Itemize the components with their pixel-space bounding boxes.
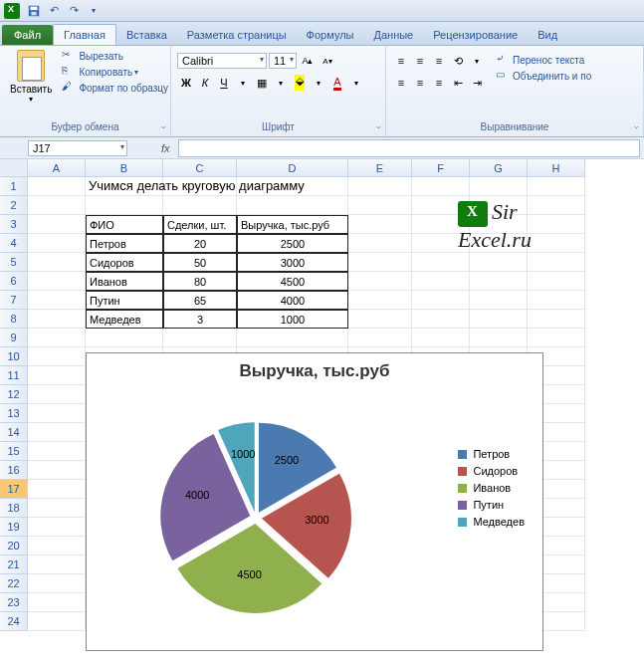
cell[interactable] (28, 366, 86, 385)
cell[interactable]: Сидоров (86, 253, 163, 272)
cell[interactable] (28, 272, 86, 291)
row-header[interactable]: 11 (0, 366, 28, 385)
cell[interactable] (470, 291, 528, 310)
select-all-corner[interactable] (0, 159, 28, 177)
fill-color-dropdown[interactable]: ▾ (310, 74, 327, 92)
row-header[interactable]: 7 (0, 291, 28, 310)
cell[interactable] (348, 310, 412, 329)
cell[interactable] (412, 253, 470, 272)
row-header[interactable]: 22 (0, 574, 28, 593)
tab-data[interactable]: Данные (363, 25, 423, 45)
align-middle-button[interactable]: ≡ (411, 52, 429, 70)
cell[interactable]: 3 (163, 310, 237, 329)
row-header[interactable]: 24 (0, 612, 28, 631)
save-button[interactable] (25, 2, 43, 20)
align-bottom-button[interactable]: ≡ (430, 52, 448, 70)
borders-button[interactable]: ▦ (253, 74, 271, 92)
orientation-button[interactable]: ⟲ (449, 52, 467, 70)
cell[interactable] (412, 310, 470, 329)
tab-home[interactable]: Главная (53, 24, 116, 45)
cell[interactable] (348, 196, 412, 215)
row-header[interactable]: 14 (0, 423, 28, 442)
borders-dropdown[interactable]: ▾ (272, 74, 290, 92)
cell[interactable] (470, 253, 528, 272)
cell[interactable] (528, 329, 585, 347)
cell[interactable]: 20 (163, 234, 237, 253)
underline-button[interactable]: Ч (215, 74, 233, 92)
name-box[interactable]: J17 (28, 140, 127, 156)
cell[interactable]: Выручка, тыс.руб (237, 215, 348, 234)
fill-color-button[interactable]: ⬙ (291, 74, 309, 92)
cell[interactable]: Сделки, шт. (163, 215, 237, 234)
align-top-button[interactable]: ≡ (392, 52, 410, 70)
bold-button[interactable]: Ж (177, 74, 195, 92)
font-color-button[interactable]: A (328, 74, 346, 92)
cell[interactable] (28, 253, 86, 272)
row-header[interactable]: 2 (0, 196, 28, 215)
tab-insert[interactable]: Вставка (116, 25, 177, 45)
underline-dropdown[interactable]: ▾ (234, 74, 252, 92)
cell[interactable] (28, 612, 86, 631)
row-header[interactable]: 8 (0, 310, 28, 329)
wrap-text-button[interactable]: ⤶Перенос текста (494, 52, 593, 68)
cell[interactable] (412, 215, 470, 234)
cell[interactable] (28, 423, 86, 442)
row-header[interactable]: 23 (0, 593, 28, 612)
orientation-dropdown[interactable]: ▾ (468, 52, 486, 70)
cell[interactable]: 1000 (237, 310, 348, 329)
cell[interactable] (470, 196, 528, 215)
cell[interactable] (528, 177, 585, 196)
cell[interactable] (28, 329, 86, 347)
cell[interactable] (28, 518, 86, 537)
row-header[interactable]: 16 (0, 461, 28, 480)
column-header[interactable]: D (237, 159, 348, 177)
row-header[interactable]: 13 (0, 404, 28, 423)
align-left-button[interactable]: ≡ (392, 74, 410, 92)
cell[interactable] (28, 177, 86, 196)
font-size-select[interactable]: 11 (269, 53, 297, 69)
decrease-font-button[interactable]: A▾ (319, 52, 336, 70)
row-header[interactable]: 4 (0, 234, 28, 253)
align-right-button[interactable]: ≡ (430, 74, 448, 92)
cell[interactable] (237, 177, 348, 196)
cell[interactable]: 4500 (237, 272, 348, 291)
cell[interactable] (348, 177, 412, 196)
cell[interactable] (528, 196, 585, 215)
cell[interactable] (28, 537, 86, 555)
row-header[interactable]: 1 (0, 177, 28, 196)
cell[interactable] (28, 234, 86, 253)
cell[interactable] (470, 310, 528, 329)
row-header[interactable]: 9 (0, 329, 28, 347)
cell[interactable] (28, 442, 86, 461)
cell[interactable] (163, 196, 237, 215)
cell[interactable] (28, 499, 86, 518)
cell[interactable]: 50 (163, 253, 237, 272)
cell[interactable] (86, 196, 163, 215)
cell[interactable] (470, 234, 528, 253)
formula-input[interactable] (178, 139, 640, 157)
row-header[interactable]: 17 (0, 480, 28, 499)
row-header[interactable]: 19 (0, 518, 28, 537)
cell[interactable]: Иванов (86, 272, 163, 291)
cell[interactable] (528, 253, 585, 272)
worksheet-grid[interactable]: ABCDEFGH 1234567891011121314151617181920… (0, 159, 644, 666)
row-header[interactable]: 3 (0, 215, 28, 234)
paste-button[interactable]: Вставить ▾ (6, 48, 56, 106)
cell[interactable] (470, 177, 528, 196)
row-header[interactable]: 20 (0, 537, 28, 555)
cell[interactable]: 65 (163, 291, 237, 310)
cell[interactable] (528, 215, 585, 234)
cell[interactable]: Медведев (86, 310, 163, 329)
cell[interactable] (163, 329, 237, 347)
column-header[interactable]: H (528, 159, 585, 177)
tab-view[interactable]: Вид (528, 25, 567, 45)
column-header[interactable]: G (470, 159, 528, 177)
cell[interactable] (348, 329, 412, 347)
cell[interactable] (348, 272, 412, 291)
cell[interactable] (28, 555, 86, 574)
cell[interactable] (528, 291, 585, 310)
cell[interactable] (528, 272, 585, 291)
cell[interactable] (528, 310, 585, 329)
align-center-button[interactable]: ≡ (411, 74, 429, 92)
cell[interactable] (412, 177, 470, 196)
